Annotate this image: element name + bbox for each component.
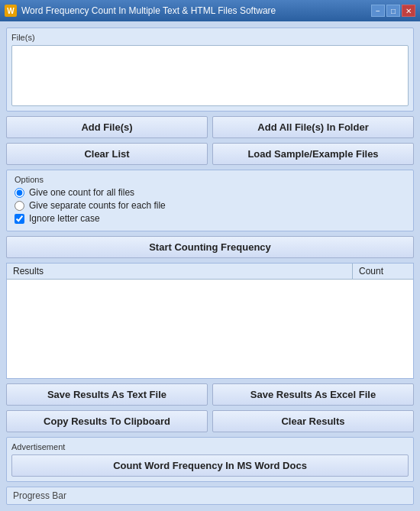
- results-header: Results Count: [7, 264, 413, 280]
- progress-bar-label: Progress Bar: [13, 490, 66, 501]
- files-group: File(s): [6, 27, 414, 112]
- save-as-excel-button[interactable]: Save Results As Excel File: [212, 383, 414, 406]
- copy-clear-row: Copy Results To Clipboard Clear Results: [6, 410, 414, 432]
- start-counting-row: Start Counting Frequency: [6, 236, 414, 258]
- progress-bar-area: Progress Bar: [6, 487, 414, 505]
- ms-word-button[interactable]: Count Word Frequency In MS Word Docs: [11, 454, 409, 477]
- minimize-button[interactable]: −: [371, 5, 385, 17]
- app-icon: W: [5, 5, 17, 17]
- files-group-label: File(s): [11, 33, 409, 42]
- advertisement-label: Advertisement: [11, 442, 409, 451]
- clear-results-button[interactable]: Clear Results: [212, 410, 414, 432]
- app-title: Word Frequency Count In Multiple Text & …: [21, 5, 276, 16]
- radio-separate-count-label: Give separate counts for each file: [29, 200, 166, 211]
- main-content: File(s) Add File(s) Add All File(s) In F…: [0, 21, 420, 511]
- option-row-3: Ignore letter case: [15, 213, 405, 224]
- files-listbox[interactable]: [11, 45, 409, 106]
- save-as-text-button[interactable]: Save Results As Text File: [6, 383, 208, 406]
- maximize-button[interactable]: □: [386, 5, 400, 17]
- add-files-button[interactable]: Add File(s): [6, 116, 208, 138]
- radio-one-count[interactable]: [15, 188, 24, 198]
- save-buttons-row: Save Results As Text File Save Results A…: [6, 383, 414, 406]
- results-area: Results Count: [6, 263, 414, 379]
- clear-list-button[interactable]: Clear List: [6, 143, 208, 165]
- option-row-2: Give separate counts for each file: [15, 200, 405, 211]
- load-sample-button[interactable]: Load Sample/Example Files: [212, 143, 414, 165]
- count-col-header: Count: [352, 264, 413, 279]
- close-button[interactable]: ✕: [402, 5, 415, 17]
- radio-separate-count[interactable]: [15, 201, 24, 211]
- add-all-folder-button[interactable]: Add All File(s) In Folder: [212, 116, 414, 138]
- window-controls: − □ ✕: [371, 5, 415, 17]
- title-bar: W Word Frequency Count In Multiple Text …: [0, 0, 420, 21]
- checkbox-ignore-case[interactable]: [15, 214, 24, 224]
- results-body: [7, 280, 413, 378]
- option-row-1: Give one count for all files: [15, 187, 405, 198]
- copy-clipboard-button[interactable]: Copy Results To Clipboard: [6, 410, 208, 432]
- advertisement-group: Advertisement Count Word Frequency In MS…: [6, 437, 414, 482]
- options-label: Options: [15, 175, 405, 184]
- add-buttons-row: Add File(s) Add All File(s) In Folder: [6, 116, 414, 138]
- radio-one-count-label: Give one count for all files: [29, 187, 134, 198]
- results-col-header: Results: [7, 264, 352, 279]
- title-bar-left: W Word Frequency Count In Multiple Text …: [5, 5, 276, 17]
- start-counting-button[interactable]: Start Counting Frequency: [6, 236, 414, 258]
- clear-load-row: Clear List Load Sample/Example Files: [6, 143, 414, 165]
- checkbox-ignore-case-label: Ignore letter case: [29, 213, 100, 224]
- options-group: Options Give one count for all files Giv…: [6, 170, 414, 231]
